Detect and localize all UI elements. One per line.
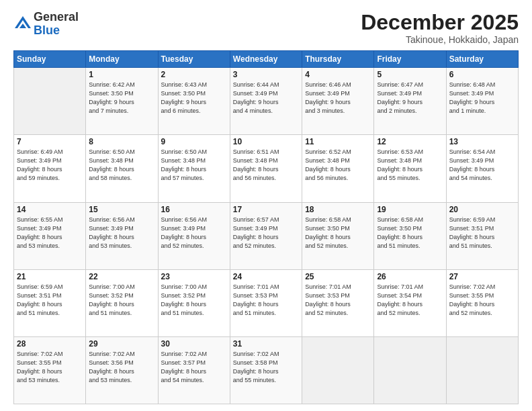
day-info: Sunrise: 7:00 AM Sunset: 3:52 PM Dayligh… bbox=[89, 283, 154, 318]
day-info: Sunrise: 6:55 AM Sunset: 3:49 PM Dayligh… bbox=[17, 216, 83, 250]
calendar-cell: 7Sunrise: 6:49 AM Sunset: 3:49 PM Daylig… bbox=[14, 135, 86, 202]
calendar-header-friday: Friday bbox=[374, 51, 446, 68]
calendar-cell: 15Sunrise: 6:56 AM Sunset: 3:49 PM Dayli… bbox=[86, 202, 158, 269]
day-info: Sunrise: 7:00 AM Sunset: 3:52 PM Dayligh… bbox=[161, 283, 227, 318]
day-info: Sunrise: 6:50 AM Sunset: 3:48 PM Dayligh… bbox=[89, 148, 154, 183]
calendar-cell bbox=[374, 336, 446, 404]
calendar-cell: 23Sunrise: 7:00 AM Sunset: 3:52 PM Dayli… bbox=[158, 269, 230, 336]
day-info: Sunrise: 6:46 AM Sunset: 3:49 PM Dayligh… bbox=[305, 81, 371, 116]
calendar-header-sunday: Sunday bbox=[14, 51, 86, 68]
calendar-cell: 16Sunrise: 6:56 AM Sunset: 3:49 PM Dayli… bbox=[158, 202, 230, 269]
calendar-cell: 13Sunrise: 6:54 AM Sunset: 3:49 PM Dayli… bbox=[446, 135, 518, 202]
calendar-cell: 8Sunrise: 6:50 AM Sunset: 3:48 PM Daylig… bbox=[86, 135, 158, 202]
day-info: Sunrise: 6:59 AM Sunset: 3:51 PM Dayligh… bbox=[17, 283, 83, 318]
calendar-cell: 20Sunrise: 6:59 AM Sunset: 3:51 PM Dayli… bbox=[446, 202, 518, 269]
calendar-cell: 6Sunrise: 6:48 AM Sunset: 3:49 PM Daylig… bbox=[446, 68, 518, 135]
calendar-cell: 1Sunrise: 6:42 AM Sunset: 3:50 PM Daylig… bbox=[86, 68, 158, 135]
day-info: Sunrise: 6:49 AM Sunset: 3:49 PM Dayligh… bbox=[17, 148, 83, 183]
day-info: Sunrise: 7:02 AM Sunset: 3:58 PM Dayligh… bbox=[233, 350, 299, 385]
day-info: Sunrise: 6:56 AM Sunset: 3:49 PM Dayligh… bbox=[89, 216, 154, 250]
calendar-cell: 28Sunrise: 7:02 AM Sunset: 3:55 PM Dayli… bbox=[14, 336, 86, 404]
calendar-cell: 9Sunrise: 6:50 AM Sunset: 3:48 PM Daylig… bbox=[158, 135, 230, 202]
day-number: 21 bbox=[17, 272, 83, 281]
day-number: 17 bbox=[233, 205, 299, 214]
calendar-header-row: SundayMondayTuesdayWednesdayThursdayFrid… bbox=[14, 51, 519, 68]
calendar-week-row: 28Sunrise: 7:02 AM Sunset: 3:55 PM Dayli… bbox=[14, 336, 519, 404]
day-number: 2 bbox=[161, 70, 227, 79]
day-number: 19 bbox=[377, 205, 443, 214]
day-number: 24 bbox=[233, 272, 299, 281]
calendar-header-monday: Monday bbox=[86, 51, 158, 68]
day-info: Sunrise: 6:44 AM Sunset: 3:49 PM Dayligh… bbox=[233, 81, 299, 116]
day-number: 28 bbox=[17, 339, 83, 349]
day-number: 13 bbox=[449, 137, 515, 146]
day-number: 14 bbox=[17, 205, 83, 214]
calendar-week-row: 21Sunrise: 6:59 AM Sunset: 3:51 PM Dayli… bbox=[14, 269, 519, 336]
calendar-header-tuesday: Tuesday bbox=[158, 51, 230, 68]
day-info: Sunrise: 6:51 AM Sunset: 3:48 PM Dayligh… bbox=[233, 148, 299, 183]
calendar-week-row: 7Sunrise: 6:49 AM Sunset: 3:49 PM Daylig… bbox=[14, 135, 519, 202]
calendar-week-row: 14Sunrise: 6:55 AM Sunset: 3:49 PM Dayli… bbox=[14, 202, 519, 269]
day-number: 20 bbox=[449, 205, 515, 214]
day-number: 3 bbox=[233, 70, 299, 79]
day-number: 1 bbox=[89, 70, 154, 79]
day-info: Sunrise: 7:02 AM Sunset: 3:55 PM Dayligh… bbox=[17, 350, 83, 385]
day-info: Sunrise: 6:56 AM Sunset: 3:49 PM Dayligh… bbox=[161, 216, 227, 250]
day-number: 18 bbox=[305, 205, 371, 214]
logo-blue: Blue bbox=[34, 24, 79, 38]
calendar-cell: 5Sunrise: 6:47 AM Sunset: 3:49 PM Daylig… bbox=[374, 68, 446, 135]
day-info: Sunrise: 6:47 AM Sunset: 3:49 PM Dayligh… bbox=[377, 81, 443, 116]
calendar-cell: 26Sunrise: 7:01 AM Sunset: 3:54 PM Dayli… bbox=[374, 269, 446, 336]
calendar-cell bbox=[302, 336, 374, 404]
calendar-cell: 10Sunrise: 6:51 AM Sunset: 3:48 PM Dayli… bbox=[230, 135, 302, 202]
calendar-cell: 27Sunrise: 7:02 AM Sunset: 3:55 PM Dayli… bbox=[446, 269, 518, 336]
calendar-cell: 31Sunrise: 7:02 AM Sunset: 3:58 PM Dayli… bbox=[230, 336, 302, 404]
day-info: Sunrise: 7:02 AM Sunset: 3:55 PM Dayligh… bbox=[449, 283, 515, 318]
day-info: Sunrise: 7:02 AM Sunset: 3:56 PM Dayligh… bbox=[89, 350, 154, 385]
day-number: 10 bbox=[233, 137, 299, 146]
day-number: 5 bbox=[377, 70, 443, 79]
calendar-cell: 4Sunrise: 6:46 AM Sunset: 3:49 PM Daylig… bbox=[302, 68, 374, 135]
header: General Blue December 2025 Takinoue, Hok… bbox=[13, 11, 519, 45]
day-number: 22 bbox=[89, 272, 154, 281]
day-number: 23 bbox=[161, 272, 227, 281]
day-info: Sunrise: 6:58 AM Sunset: 3:50 PM Dayligh… bbox=[377, 216, 443, 250]
day-info: Sunrise: 6:48 AM Sunset: 3:49 PM Dayligh… bbox=[449, 81, 515, 116]
calendar-cell: 2Sunrise: 6:43 AM Sunset: 3:50 PM Daylig… bbox=[158, 68, 230, 135]
location: Takinoue, Hokkaido, Japan bbox=[361, 34, 519, 45]
day-info: Sunrise: 6:52 AM Sunset: 3:48 PM Dayligh… bbox=[305, 148, 371, 183]
day-info: Sunrise: 6:57 AM Sunset: 3:49 PM Dayligh… bbox=[233, 216, 299, 250]
day-number: 6 bbox=[449, 70, 515, 79]
logo: General Blue bbox=[13, 11, 79, 38]
day-info: Sunrise: 7:01 AM Sunset: 3:53 PM Dayligh… bbox=[305, 283, 371, 318]
day-number: 15 bbox=[89, 205, 154, 214]
calendar-cell: 17Sunrise: 6:57 AM Sunset: 3:49 PM Dayli… bbox=[230, 202, 302, 269]
calendar-header-wednesday: Wednesday bbox=[230, 51, 302, 68]
day-number: 31 bbox=[233, 339, 299, 349]
calendar-cell: 14Sunrise: 6:55 AM Sunset: 3:49 PM Dayli… bbox=[14, 202, 86, 269]
calendar-cell: 3Sunrise: 6:44 AM Sunset: 3:49 PM Daylig… bbox=[230, 68, 302, 135]
day-info: Sunrise: 7:02 AM Sunset: 3:57 PM Dayligh… bbox=[161, 350, 227, 385]
day-number: 9 bbox=[161, 137, 227, 146]
calendar-header-saturday: Saturday bbox=[446, 51, 518, 68]
day-info: Sunrise: 6:43 AM Sunset: 3:50 PM Dayligh… bbox=[161, 81, 227, 116]
calendar-header-thursday: Thursday bbox=[302, 51, 374, 68]
day-number: 16 bbox=[161, 205, 227, 214]
calendar-cell: 19Sunrise: 6:58 AM Sunset: 3:50 PM Dayli… bbox=[374, 202, 446, 269]
logo-text: General Blue bbox=[34, 11, 79, 38]
day-number: 26 bbox=[377, 272, 443, 281]
day-info: Sunrise: 6:58 AM Sunset: 3:50 PM Dayligh… bbox=[305, 216, 371, 250]
day-info: Sunrise: 6:59 AM Sunset: 3:51 PM Dayligh… bbox=[449, 216, 515, 250]
calendar-cell: 24Sunrise: 7:01 AM Sunset: 3:53 PM Dayli… bbox=[230, 269, 302, 336]
day-number: 7 bbox=[17, 137, 83, 146]
day-number: 25 bbox=[305, 272, 371, 281]
day-number: 4 bbox=[305, 70, 371, 79]
calendar-cell: 11Sunrise: 6:52 AM Sunset: 3:48 PM Dayli… bbox=[302, 135, 374, 202]
day-number: 30 bbox=[161, 339, 227, 349]
day-number: 29 bbox=[89, 339, 154, 349]
calendar-table: SundayMondayTuesdayWednesdayThursdayFrid… bbox=[13, 50, 519, 404]
day-number: 8 bbox=[89, 137, 154, 146]
day-info: Sunrise: 6:53 AM Sunset: 3:48 PM Dayligh… bbox=[377, 148, 443, 183]
day-number: 12 bbox=[377, 137, 443, 146]
calendar-cell bbox=[446, 336, 518, 404]
